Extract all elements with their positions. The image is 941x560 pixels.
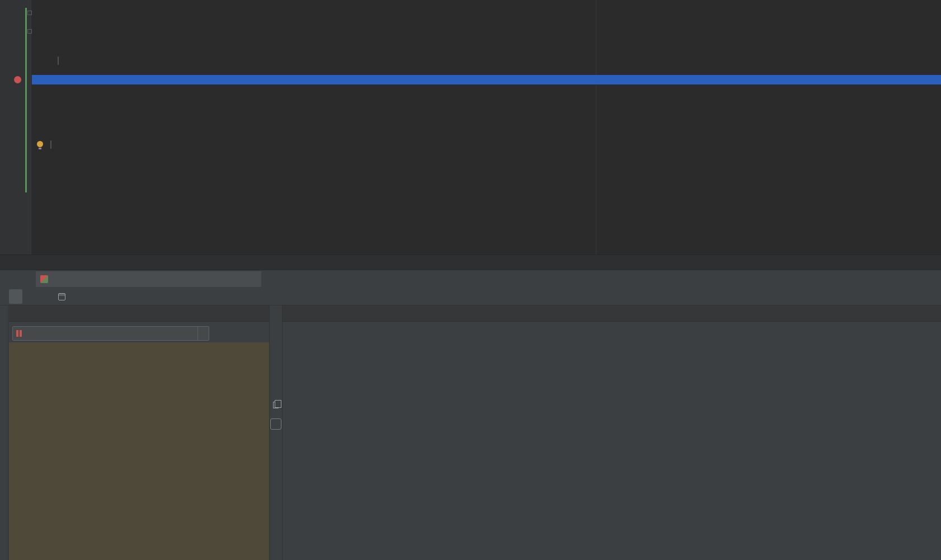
copy-icon[interactable] <box>273 402 279 408</box>
debug-session-tab[interactable] <box>36 271 261 287</box>
debug-tool-window <box>0 270 941 560</box>
code-line <box>32 57 941 66</box>
code-line <box>32 28 941 37</box>
debugger-side-stripe <box>0 305 8 560</box>
code-line <box>32 84 941 94</box>
fold-marker-icon[interactable] <box>27 11 32 15</box>
vcs-change-marker <box>25 8 27 192</box>
variables-panel[interactable] <box>283 322 941 560</box>
code-line <box>32 103 941 112</box>
tab-debugger[interactable] <box>9 289 22 304</box>
code-line <box>32 19 941 29</box>
code-line <box>32 140 941 150</box>
code-line <box>32 159 941 169</box>
fold-marker-icon[interactable] <box>27 29 32 34</box>
code-line <box>32 122 941 131</box>
watches-toolbar <box>269 305 283 560</box>
code-line <box>32 10 941 19</box>
intention-lightbulb-icon[interactable] <box>37 141 43 147</box>
code-editor[interactable] <box>0 0 941 255</box>
console-icon <box>58 293 65 300</box>
ide-window <box>0 0 941 560</box>
chevron-down-icon[interactable] <box>197 327 209 340</box>
code-line <box>32 94 941 103</box>
thread-icon <box>16 330 22 337</box>
variables-tree[interactable] <box>283 322 941 328</box>
breadcrumb <box>0 255 941 270</box>
editor-gutter[interactable] <box>0 0 31 255</box>
infinity-toggle-icon[interactable] <box>270 418 281 430</box>
execution-line <box>32 75 941 84</box>
frames-panel-header <box>9 305 269 322</box>
thread-selector[interactable] <box>12 326 209 341</box>
variables-panel-header <box>269 305 941 322</box>
breakpoint-icon[interactable] <box>14 76 21 83</box>
test-class-icon <box>40 275 48 283</box>
tab-console[interactable] <box>54 289 77 304</box>
frames-list[interactable] <box>9 342 269 560</box>
code-line <box>32 187 941 197</box>
debug-toolbar <box>0 288 941 305</box>
